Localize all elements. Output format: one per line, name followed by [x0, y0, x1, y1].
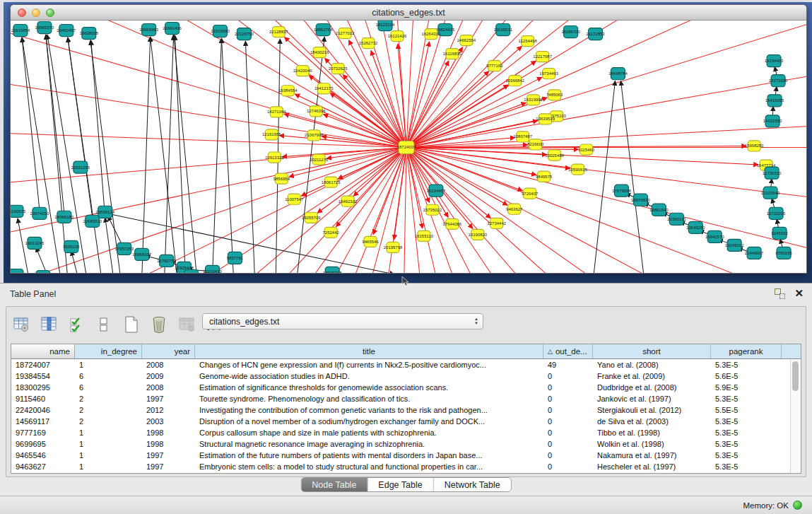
red-citation-edge[interactable] — [406, 148, 570, 169]
network-canvas[interactable]: 2161985419565370204534571963805819966993… — [11, 21, 806, 273]
minimize-window-button[interactable] — [32, 8, 40, 17]
column-header-short[interactable]: short — [593, 344, 711, 358]
black-citation-edge[interactable] — [90, 40, 121, 273]
black-citation-edge[interactable] — [46, 35, 68, 273]
tab-edge-table[interactable]: Edge Table — [367, 478, 433, 491]
table-cell-name[interactable]: 14569117 — [11, 416, 75, 427]
black-citation-edge[interactable] — [105, 218, 114, 273]
table-cell-out-de-[interactable]: 0 — [543, 427, 593, 438]
black-citation-edge[interactable] — [91, 40, 105, 218]
close-window-button[interactable] — [18, 8, 26, 17]
zoom-window-button[interactable] — [46, 8, 54, 17]
table-cell-year[interactable]: 2012 — [142, 404, 195, 416]
red-citation-edge[interactable] — [406, 71, 489, 148]
table-cell-short[interactable]: Hescheler et al. (1997) — [593, 461, 711, 472]
table-cell-name[interactable]: 18300295 — [11, 382, 75, 393]
red-citation-edge[interactable] — [406, 42, 430, 148]
table-cell-in-degree[interactable]: 2 — [75, 416, 142, 427]
table-cell-title[interactable]: Changes of HCN gene expression and I(f) … — [195, 359, 543, 370]
table-cell-year[interactable]: 1998 — [142, 427, 195, 438]
table-cell-name[interactable]: 18724007 — [11, 359, 75, 370]
table-cell-in-degree[interactable]: 6 — [75, 382, 142, 393]
red-citation-edge[interactable] — [406, 103, 526, 147]
table-cell-pagerank[interactable]: 5.3E-5 — [711, 461, 782, 472]
table-cell-title[interactable]: Corpus callosum shape and size in male p… — [195, 427, 543, 438]
table-cell-in-degree[interactable]: 1 — [75, 359, 142, 370]
table-cell-title[interactable]: Investigating the contribution of common… — [195, 404, 543, 416]
table-row[interactable]: 2242004622012Investigating the contribut… — [11, 404, 801, 416]
table-settings-icon[interactable] — [11, 314, 32, 335]
table-cell-in-degree[interactable]: 2 — [75, 404, 142, 416]
red-citation-edge[interactable] — [394, 148, 406, 240]
black-citation-edge[interactable] — [245, 41, 254, 273]
tab-network-table[interactable]: Network Table — [434, 478, 511, 491]
black-citation-edge[interactable] — [221, 38, 233, 273]
vertical-scrollbar[interactable] — [790, 360, 800, 474]
table-row[interactable]: 1830029562008Estimation of significance … — [11, 382, 801, 393]
table-cell-name[interactable]: 19384554 — [11, 370, 75, 382]
table-cell-out-de-[interactable]: 0 — [543, 450, 593, 461]
table-cell-name[interactable]: 9115460 — [11, 393, 75, 404]
table-cell-out-de-[interactable]: 0 — [543, 393, 593, 404]
table-cell-short[interactable]: Franke et al. (2009) — [593, 370, 711, 382]
black-citation-edge[interactable] — [36, 247, 49, 273]
table-cell-pagerank[interactable]: 5.5E-5 — [711, 404, 782, 416]
table-cell-out-de-[interactable]: 0 — [543, 382, 593, 393]
table-cell-year[interactable]: 1997 — [142, 461, 195, 472]
table-cell-short[interactable]: Stergiakouli et al. (2012) — [593, 404, 711, 416]
table-cell-year[interactable]: 2008 — [142, 382, 195, 393]
column-header-pagerank[interactable]: pagerank — [711, 344, 782, 358]
black-citation-edge[interactable] — [620, 81, 644, 273]
table-cell-short[interactable]: de Silva et al. (2003) — [593, 416, 711, 427]
node-attribute-table[interactable]: namein_degreeyeartitle△out_de...shortpag… — [11, 344, 801, 474]
select-columns-icon[interactable] — [38, 314, 59, 335]
table-row[interactable]: 1872400712008Changes of HCN gene express… — [11, 359, 801, 370]
table-cell-out-de-[interactable]: 0 — [543, 438, 593, 450]
black-citation-edge[interactable] — [68, 37, 93, 218]
scrollbar-thumb[interactable] — [792, 361, 799, 391]
table-cell-year[interactable]: 1998 — [142, 438, 195, 450]
row-height-icon[interactable] — [93, 314, 114, 335]
teal-node[interactable] — [184, 269, 199, 273]
table-cell-out-de-[interactable]: 0 — [543, 370, 593, 382]
table-cell-title[interactable]: Genome-wide association studies in ADHD. — [195, 370, 543, 382]
table-cell-title[interactable]: Disruption of a novel member of a sodium… — [195, 416, 543, 427]
table-cell-out-de-[interactable]: 0 — [543, 461, 593, 472]
black-citation-edge[interactable] — [47, 35, 87, 273]
table-cell-title[interactable]: Estimation of significance thresholds fo… — [195, 382, 543, 393]
black-citation-edge[interactable] — [151, 37, 177, 273]
table-cell-name[interactable]: 9699695 — [11, 438, 75, 450]
table-cell-pagerank[interactable]: 5.3E-5 — [711, 438, 782, 450]
table-row[interactable]: 1938455462009Genome-wide association stu… — [11, 370, 801, 382]
table-cell-name[interactable]: 9465546 — [11, 450, 75, 461]
table-row[interactable]: 946362711997Embryonic stem cells: a mode… — [11, 461, 801, 472]
black-citation-edge[interactable] — [107, 214, 394, 273]
table-row[interactable]: 946554611997Estimation of the future num… — [11, 450, 801, 461]
table-cell-in-degree[interactable]: 1 — [75, 427, 142, 438]
column-header-title[interactable]: title — [195, 344, 543, 358]
column-header-out-de-[interactable]: △out_de... — [543, 344, 593, 358]
table-row[interactable]: 1456911722003Disruption of a novel membe… — [11, 416, 801, 427]
table-cell-out-de-[interactable]: 49 — [543, 359, 593, 370]
float-window-icon[interactable] — [775, 288, 785, 299]
column-header-in-degree[interactable]: in_degree — [75, 344, 142, 358]
black-citation-edge[interactable] — [175, 35, 186, 273]
red-citation-edge[interactable] — [406, 148, 507, 206]
black-citation-edge[interactable] — [165, 35, 174, 273]
table-row[interactable]: 911546021997Tourette syndrome. Phenomeno… — [11, 393, 801, 404]
table-cell-short[interactable]: Nakamura et al. (1997) — [593, 450, 711, 461]
table-cell-pagerank[interactable]: 5.9E-5 — [711, 382, 782, 393]
black-citation-edge[interactable] — [174, 34, 197, 273]
red-citation-edge[interactable] — [343, 74, 406, 147]
window-titlebar[interactable]: citations_edges.txt — [11, 5, 806, 21]
table-cell-year[interactable]: 2008 — [142, 359, 195, 370]
red-citation-edge[interactable] — [406, 47, 462, 148]
table-cell-name[interactable]: 9777169 — [11, 427, 75, 438]
table-cell-short[interactable]: Dudbridge et al. (2008) — [593, 382, 711, 393]
table-cell-year[interactable]: 2003 — [142, 416, 195, 427]
tab-node-table[interactable]: Node Table — [301, 478, 367, 491]
table-cell-in-degree[interactable]: 1 — [75, 438, 142, 450]
column-header-year[interactable]: year — [142, 344, 195, 358]
table-cell-in-degree[interactable]: 1 — [75, 461, 142, 472]
table-cell-out-de-[interactable]: 0 — [543, 404, 593, 416]
